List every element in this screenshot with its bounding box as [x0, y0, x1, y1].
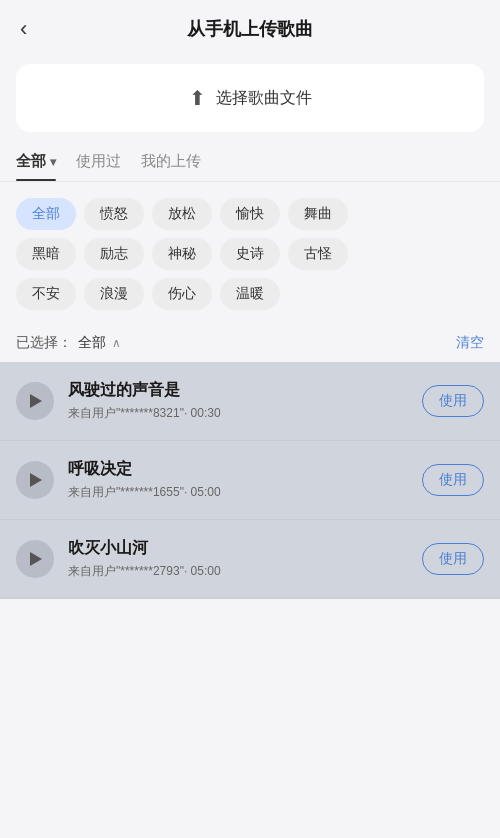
- back-button[interactable]: ‹: [20, 16, 27, 42]
- play-icon-3: [30, 552, 42, 566]
- song-meta-3: 来自用户"*******2793"· 05:00: [68, 563, 408, 580]
- tag-motivate[interactable]: 励志: [84, 238, 144, 270]
- song-title-1: 风驶过的声音是: [68, 380, 408, 401]
- tag-mystery[interactable]: 神秘: [152, 238, 212, 270]
- use-button-2[interactable]: 使用: [422, 464, 484, 496]
- filter-tabs: 全部 ▾ 使用过 我的上传: [0, 152, 500, 182]
- tag-uneasy[interactable]: 不安: [16, 278, 76, 310]
- upload-icon: ⬆: [189, 86, 206, 110]
- song-meta-2: 来自用户"*******1655"· 05:00: [68, 484, 408, 501]
- song-list: 风驶过的声音是 来自用户"*******8321"· 00:30 使用 呼吸决定…: [0, 362, 500, 599]
- tag-dark[interactable]: 黑暗: [16, 238, 76, 270]
- tag-romantic[interactable]: 浪漫: [84, 278, 144, 310]
- chevron-up-icon[interactable]: ∧: [112, 336, 121, 350]
- song-item: 吹灭小山河 来自用户"*******2793"· 05:00 使用: [0, 520, 500, 599]
- selected-value: 全部: [78, 334, 106, 352]
- filter-icon: ▾: [50, 155, 56, 169]
- tab-used-label: 使用过: [76, 152, 121, 171]
- tag-happy[interactable]: 愉快: [220, 198, 280, 230]
- use-button-3[interactable]: 使用: [422, 543, 484, 575]
- tag-warm[interactable]: 温暖: [220, 278, 280, 310]
- tag-dance[interactable]: 舞曲: [288, 198, 348, 230]
- header: ‹ 从手机上传歌曲: [0, 0, 500, 54]
- tags-row-3: 不安 浪漫 伤心 温暖: [16, 278, 484, 310]
- song-info-1: 风驶过的声音是 来自用户"*******8321"· 00:30: [68, 380, 408, 422]
- use-button-1[interactable]: 使用: [422, 385, 484, 417]
- tag-relax[interactable]: 放松: [152, 198, 212, 230]
- tag-epic[interactable]: 史诗: [220, 238, 280, 270]
- song-item: 风驶过的声音是 来自用户"*******8321"· 00:30 使用: [0, 362, 500, 441]
- song-meta-1: 来自用户"*******8321"· 00:30: [68, 405, 408, 422]
- tag-all[interactable]: 全部: [16, 198, 76, 230]
- tags-row-1: 全部 愤怒 放松 愉快 舞曲: [16, 198, 484, 230]
- upload-file-button[interactable]: ⬆ 选择歌曲文件: [16, 64, 484, 132]
- play-icon-2: [30, 473, 42, 487]
- selected-info: 已选择： 全部 ∧: [16, 334, 121, 352]
- upload-label: 选择歌曲文件: [216, 88, 312, 109]
- tags-section: 全部 愤怒 放松 愉快 舞曲 黑暗 励志 神秘 史诗 古怪 不安 浪漫 伤心 温…: [0, 198, 500, 310]
- play-button-1[interactable]: [16, 382, 54, 420]
- play-icon-1: [30, 394, 42, 408]
- tag-weird[interactable]: 古怪: [288, 238, 348, 270]
- tab-mine-label: 我的上传: [141, 152, 201, 171]
- song-title-2: 呼吸决定: [68, 459, 408, 480]
- tag-sad[interactable]: 伤心: [152, 278, 212, 310]
- tab-all-label: 全部: [16, 152, 46, 171]
- tag-angry[interactable]: 愤怒: [84, 198, 144, 230]
- selected-prefix: 已选择：: [16, 334, 72, 352]
- tab-all[interactable]: 全部 ▾: [16, 152, 56, 181]
- clear-button[interactable]: 清空: [456, 334, 484, 352]
- song-info-2: 呼吸决定 来自用户"*******1655"· 05:00: [68, 459, 408, 501]
- tab-used[interactable]: 使用过: [76, 152, 121, 181]
- song-item: 呼吸决定 来自用户"*******1655"· 05:00 使用: [0, 441, 500, 520]
- song-title-3: 吹灭小山河: [68, 538, 408, 559]
- play-button-2[interactable]: [16, 461, 54, 499]
- play-button-3[interactable]: [16, 540, 54, 578]
- tab-mine[interactable]: 我的上传: [141, 152, 201, 181]
- tags-row-2: 黑暗 励志 神秘 史诗 古怪: [16, 238, 484, 270]
- song-info-3: 吹灭小山河 来自用户"*******2793"· 05:00: [68, 538, 408, 580]
- selected-bar: 已选择： 全部 ∧ 清空: [0, 324, 500, 362]
- page-title: 从手机上传歌曲: [187, 17, 313, 41]
